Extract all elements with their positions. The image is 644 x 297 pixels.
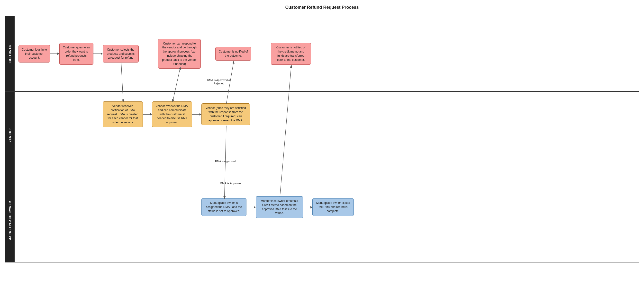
rma-approved-label: RMA is Approved xyxy=(14,182,639,185)
marketplace-lane-content: RMA is Approved Marketplace owner is ass… xyxy=(14,179,639,262)
node-v3: Vendor (once they are satisfied with the… xyxy=(202,104,250,125)
customer-lane-content: Customer logs in to their customer accou… xyxy=(14,16,639,91)
node-c5: Customer is notified of the outcome. xyxy=(215,47,251,60)
marketplace-lane-label-wrap: MARKETPLACE OWNER xyxy=(5,179,14,262)
node-c3: Customer selects the products and submit… xyxy=(103,45,139,62)
marketplace-lane: MARKETPLACE OWNER RMA is Approved Market… xyxy=(5,179,639,262)
node-m2: Marketplace owner creates a Credit Memo … xyxy=(256,196,303,218)
vendor-lane: VENDOR Vendor receives notification of R… xyxy=(5,92,639,179)
node-m3: Marketplace owner closes the RMA and ref… xyxy=(312,198,354,216)
node-c6: Customer is notified of the credit memo … xyxy=(271,43,311,64)
node-v1: Vendor receives notification of RMA requ… xyxy=(103,102,143,127)
vendor-lane-label: VENDOR xyxy=(8,128,12,142)
node-c2: Customer goes to an order they want to r… xyxy=(59,43,94,64)
marketplace-lane-label: MARKETPLACE OWNER xyxy=(8,201,12,240)
vendor-lane-content: Vendor receives notification of RMA requ… xyxy=(14,92,639,179)
customer-lane-label: CUSTOMER xyxy=(8,44,12,64)
vendor-lane-label-wrap: VENDOR xyxy=(5,92,14,179)
node-v2: Vendor reviews the RMA, and can communic… xyxy=(152,102,192,127)
page-title: Customer Refund Request Process xyxy=(5,5,639,10)
node-c4: Customer can respond to the vendor and g… xyxy=(158,39,201,69)
diagram-container: CUSTOMER Customer logs in to their custo… xyxy=(5,16,639,262)
customer-lane: CUSTOMER Customer logs in to their custo… xyxy=(5,16,639,92)
node-m1: Marketplace owner is assigned the RMA - … xyxy=(202,198,246,216)
customer-lane-label-wrap: CUSTOMER xyxy=(5,16,14,91)
node-c1: Customer logs in to their customer accou… xyxy=(18,45,50,62)
